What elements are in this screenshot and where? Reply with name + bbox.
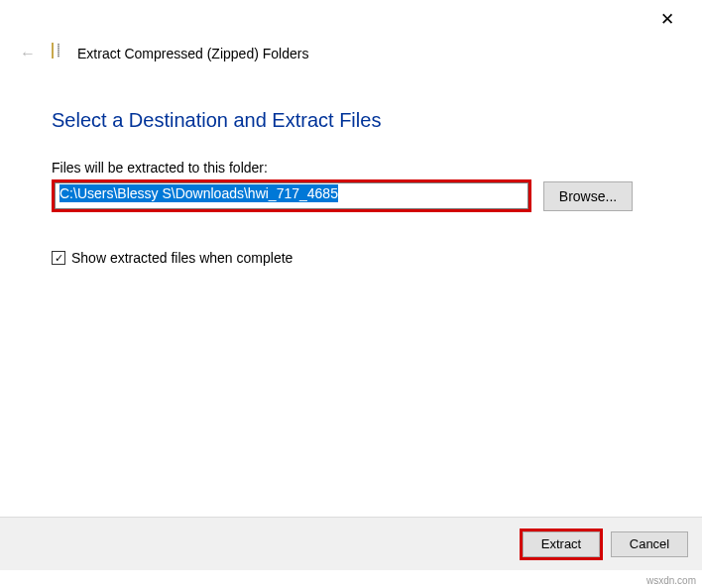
destination-input[interactable]: C:\Users\Blessy S\Downloads\hwi_717_4685 — [55, 182, 528, 209]
extract-button[interactable]: Extract — [523, 531, 600, 557]
watermark: wsxdn.com — [646, 575, 696, 586]
show-files-row: ✓ Show extracted files when complete — [52, 250, 650, 266]
show-files-checkbox[interactable]: ✓ — [52, 251, 65, 265]
content-area: Select a Destination and Extract Files F… — [0, 109, 702, 266]
titlebar: ✕ — [0, 0, 702, 38]
footer-bar: Extract Cancel — [0, 517, 702, 570]
wizard-title: Extract Compressed (Zipped) Folders — [77, 46, 308, 61]
destination-input-highlight: C:\Users\Blessy S\Downloads\hwi_717_4685 — [52, 179, 531, 212]
show-files-label: Show extracted files when complete — [71, 250, 292, 266]
destination-row: C:\Users\Blessy S\Downloads\hwi_717_4685… — [52, 179, 650, 212]
page-heading: Select a Destination and Extract Files — [52, 109, 650, 132]
close-button[interactable]: ✕ — [644, 3, 690, 35]
browse-button[interactable]: Browse... — [543, 181, 633, 211]
wizard-header: ← Extract Compressed (Zipped) Folders — [0, 38, 702, 81]
extract-button-highlight: Extract — [520, 529, 603, 560]
close-icon: ✕ — [660, 9, 674, 30]
back-arrow-icon: ← — [14, 45, 42, 62]
zip-folder-icon — [52, 44, 67, 63]
destination-input-value: C:\Users\Blessy S\Downloads\hwi_717_4685 — [59, 184, 338, 202]
check-icon: ✓ — [55, 253, 63, 264]
destination-label: Files will be extracted to this folder: — [52, 160, 650, 176]
cancel-button[interactable]: Cancel — [611, 531, 688, 557]
